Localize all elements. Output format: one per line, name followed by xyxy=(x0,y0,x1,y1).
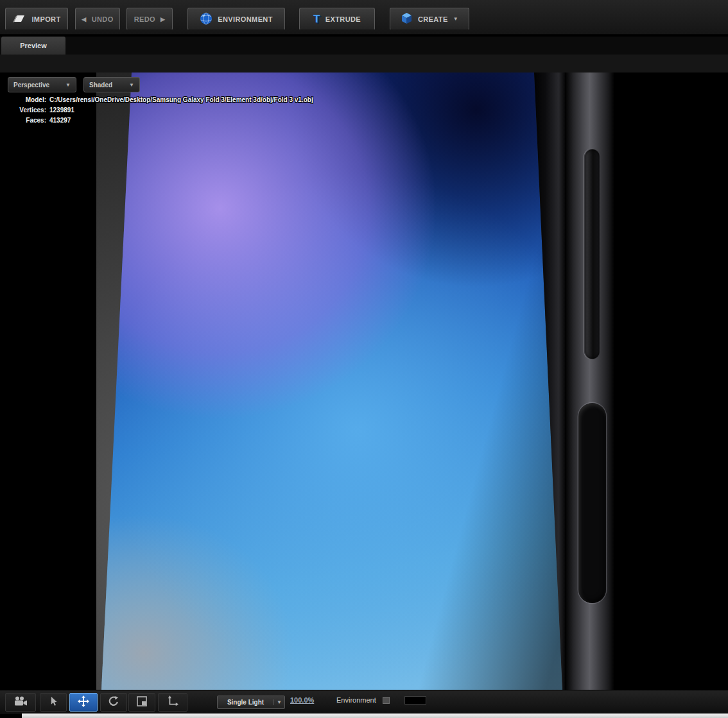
vertices-label: Vertices: xyxy=(9,107,46,114)
model-info: Model: C:/Users/rensi/OneDrive/Desktop/S… xyxy=(9,96,313,124)
light-mode-label: Single Light xyxy=(218,699,273,706)
tab-preview-label: Preview xyxy=(20,42,47,49)
scene-canvas[interactable] xyxy=(96,73,614,690)
undo-label: UNDO xyxy=(92,15,114,23)
chevron-down-icon: ▼ xyxy=(65,82,71,88)
select-tool-button[interactable] xyxy=(40,693,67,712)
scale-icon xyxy=(137,696,147,709)
horizontal-scrollbar[interactable] xyxy=(22,714,728,718)
faces-value: 413297 xyxy=(49,117,313,124)
environment-button[interactable]: ENVIRONMENT xyxy=(187,8,285,30)
top-toolbar: IMPORT ◀ UNDO REDO ▶ ENVIRONMENT xyxy=(0,0,728,35)
tab-bar: Preview xyxy=(0,37,728,55)
import-label: IMPORT xyxy=(31,15,60,23)
create-label: CREATE xyxy=(418,15,448,23)
undo-arrow-icon: ◀ xyxy=(82,16,86,22)
camera-tool-button[interactable] xyxy=(5,693,36,712)
model-path-label: Model: xyxy=(9,96,46,103)
phone-screen-render xyxy=(96,73,571,690)
redo-button[interactable]: REDO ▶ xyxy=(126,8,173,30)
axis-icon xyxy=(168,696,178,709)
axis-tool-button[interactable] xyxy=(158,693,187,712)
tab-preview[interactable]: Preview xyxy=(1,37,65,55)
volume-button-render xyxy=(584,149,600,359)
chevron-down-icon: ▼ xyxy=(129,82,134,88)
light-mode-dropdown[interactable]: Single Light ▼ xyxy=(217,696,285,709)
cube-icon xyxy=(401,12,413,26)
move-icon xyxy=(78,696,89,710)
chevron-down-icon: ▼ xyxy=(273,699,284,705)
environment-toggle-label: Environment xyxy=(336,696,376,704)
viewport: Perspective ▼ Shaded ▼ Model: C:/Users/r… xyxy=(0,73,728,690)
create-caret-icon: ▼ xyxy=(453,16,458,22)
undo-button[interactable]: ◀ UNDO xyxy=(75,8,120,30)
redo-label: REDO xyxy=(134,15,155,23)
extrude-button[interactable]: T EXTRUDE xyxy=(299,8,375,30)
app-window: IMPORT ◀ UNDO REDO ▶ ENVIRONMENT xyxy=(0,0,728,718)
globe-icon xyxy=(200,12,212,26)
perspective-dropdown[interactable]: Perspective ▼ xyxy=(8,77,76,92)
model-path-value: C:/Users/rensi/OneDrive/Desktop/Samsung … xyxy=(49,96,313,103)
faces-label: Faces: xyxy=(9,117,46,124)
camera-icon xyxy=(13,696,28,709)
create-button[interactable]: CREATE ▼ xyxy=(390,8,469,30)
redo-arrow-icon: ▶ xyxy=(160,16,165,22)
rotate-tool-button[interactable] xyxy=(100,693,127,712)
pointer-icon xyxy=(48,696,58,709)
import-icon xyxy=(12,13,26,26)
import-button[interactable]: IMPORT xyxy=(5,8,68,30)
environment-checkbox[interactable] xyxy=(383,697,390,704)
background-color-swatch[interactable] xyxy=(404,696,426,705)
shading-dropdown[interactable]: Shaded ▼ xyxy=(83,77,140,92)
environment-button-label: ENVIRONMENT xyxy=(218,15,273,23)
zoom-level-link[interactable]: 100.0% xyxy=(290,696,314,704)
extrude-icon: T xyxy=(313,13,320,24)
rotate-icon xyxy=(108,696,119,710)
phone-side-frame-render xyxy=(565,73,614,690)
perspective-dropdown-label: Perspective xyxy=(13,81,49,89)
shading-dropdown-label: Shaded xyxy=(89,81,112,89)
extrude-label: EXTRUDE xyxy=(325,15,361,23)
vertices-value: 1239891 xyxy=(49,107,313,114)
move-tool-button[interactable] xyxy=(69,693,98,712)
power-button-render xyxy=(578,403,606,603)
scale-tool-button[interactable] xyxy=(128,693,155,712)
panel-spacer xyxy=(0,55,728,73)
